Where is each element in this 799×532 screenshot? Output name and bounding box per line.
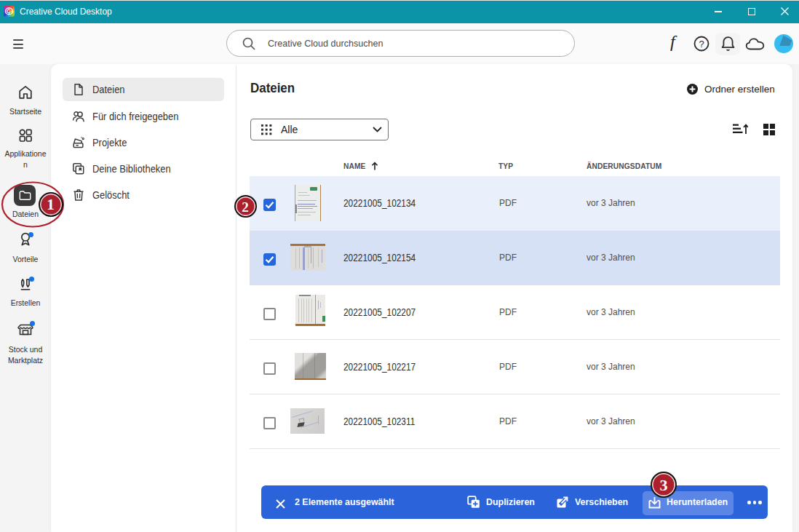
svg-text:?: ?	[699, 39, 704, 49]
